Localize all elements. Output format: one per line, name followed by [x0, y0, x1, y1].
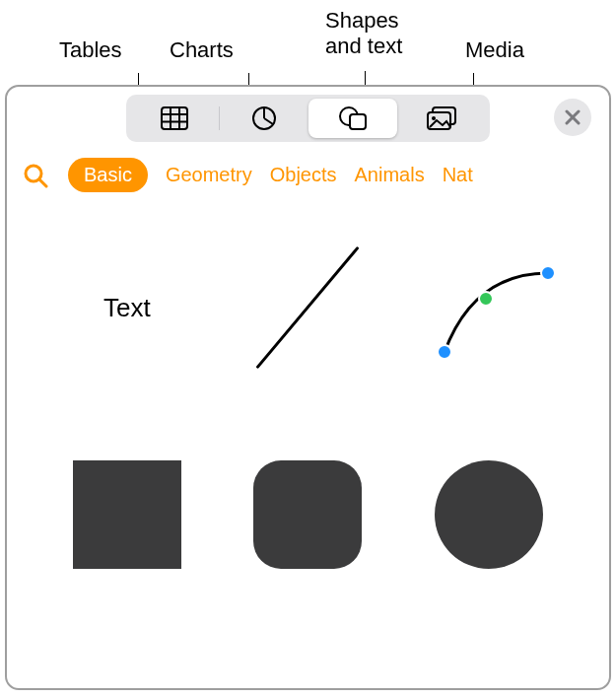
callout-labels: Tables Charts Shapes and text Media: [0, 0, 616, 79]
svg-point-10: [432, 116, 436, 120]
callout-tables: Tables: [59, 37, 122, 63]
text-shape-label: Text: [103, 293, 151, 323]
shape-circle[interactable]: [415, 451, 563, 579]
search-icon: [23, 163, 48, 188]
insert-segmented-control: [126, 95, 490, 142]
callout-shapes: Shapes and text: [325, 8, 402, 60]
tables-icon: [161, 106, 188, 130]
svg-rect-7: [350, 114, 366, 129]
svg-point-17: [479, 292, 493, 306]
media-icon: [426, 105, 457, 131]
shapes-popover: Basic Geometry Objects Animals Nat Text: [5, 85, 611, 690]
shape-curve[interactable]: [415, 244, 563, 372]
close-button[interactable]: [554, 99, 591, 136]
svg-point-16: [541, 266, 555, 280]
media-tab[interactable]: [397, 99, 486, 138]
category-basic[interactable]: Basic: [68, 158, 148, 192]
category-geometry[interactable]: Geometry: [166, 164, 252, 186]
callout-charts: Charts: [170, 37, 234, 63]
category-animals[interactable]: Animals: [355, 164, 425, 186]
shapes-tab[interactable]: [308, 99, 397, 138]
svg-rect-0: [162, 107, 187, 129]
shape-category-tabs: Basic Geometry Objects Animals Nat: [7, 142, 609, 208]
shapes-grid: Text: [7, 208, 609, 579]
shape-square[interactable]: [53, 451, 201, 579]
shape-text[interactable]: Text: [53, 244, 201, 372]
shape-rounded-square[interactable]: [234, 451, 381, 579]
shape-line[interactable]: [234, 244, 381, 372]
svg-point-15: [438, 345, 451, 359]
circle-icon: [435, 460, 543, 569]
charts-icon: [251, 105, 277, 131]
curve-icon: [415, 244, 563, 372]
search-button[interactable]: [21, 161, 50, 190]
square-icon: [73, 460, 181, 569]
category-nature-truncated[interactable]: Nat: [443, 164, 473, 186]
tables-tab[interactable]: [130, 99, 219, 138]
callout-media: Media: [465, 37, 524, 63]
close-icon: [565, 109, 581, 125]
category-objects[interactable]: Objects: [270, 164, 337, 186]
shapes-icon: [338, 105, 368, 131]
svg-line-14: [39, 179, 46, 186]
charts-tab[interactable]: [220, 99, 308, 138]
rounded-square-icon: [253, 460, 362, 569]
line-icon: [248, 248, 367, 367]
